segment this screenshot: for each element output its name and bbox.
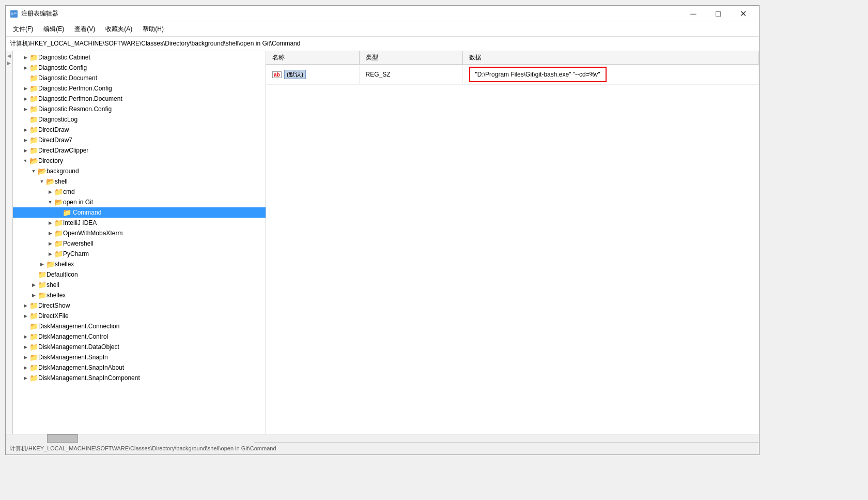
tree-item-diagnostic-resmon-config[interactable]: ▶ 📁 Diagnostic.Resmon.Config [13,104,266,114]
tree-label: DiagnosticLog [38,116,78,123]
tree-item-pycharm[interactable]: ▶ 📁 PyCharm [13,249,266,259]
status-bar: 计算机\HKEY_LOCAL_MACHINE\SOFTWARE\Classes\… [6,442,759,454]
folder-icon: 📁 [54,219,63,227]
expand-icon[interactable]: ▶ [21,64,29,72]
expand-icon[interactable]: ▶ [21,353,29,361]
scrollbar-track[interactable] [6,434,254,443]
menu-help[interactable]: 帮助(H) [137,23,169,36]
app-icon [10,10,18,18]
expand-icon[interactable]: ▶ [46,219,54,227]
tree-pane[interactable]: ▶ 📁 Diagnostic.Cabinet ▶ 📁 Diagnostic.Co… [13,51,266,434]
tree-item-diagnostic-document[interactable]: ▶ 📁 Diagnostic.Document [13,73,266,83]
expand-icon[interactable]: ▶ [21,53,29,62]
tree-item-defaulticon[interactable]: ▶ 📁 DefaultIcon [13,269,266,280]
tree-label: Diagnostic.Perfmon.Document [38,95,122,102]
expand-icon[interactable]: ▶ [21,301,29,310]
expand-icon[interactable]: ▶ [21,84,29,93]
tree-item-diskmanagement-connection[interactable]: ▶ 📁 DiskManagement.Connection [13,321,266,331]
tree-item-cmd[interactable]: ▶ 📁 cmd [13,187,266,197]
tree-item-diskmanagement-snapincomponent[interactable]: ▶ 📁 DiskManagement.SnapInComponent [13,373,266,383]
tree-label: Directory [38,157,63,164]
svg-rect-4 [14,12,17,12]
expand-icon[interactable]: ▶ [21,136,29,144]
expand-icon[interactable]: ▼ [21,157,29,165]
tree-label: DirectDraw [38,126,69,133]
tree-item-diskmanagement-snapin[interactable]: ▶ 📁 DiskManagement.SnapIn [13,352,266,362]
tree-item-diagnosticlog[interactable]: ▶ 📁 DiagnosticLog [13,114,266,125]
expand-icon[interactable]: ▶ [38,260,46,268]
folder-icon: 📁 [29,353,38,361]
expand-icon[interactable]: ▶ [46,229,54,237]
expand-icon[interactable]: ▶ [21,95,29,103]
folder-icon: 📁 [38,270,47,279]
expand-icon[interactable]: ▼ [29,167,38,175]
tree-item-directdraw7[interactable]: ▶ 📁 DirectDraw7 [13,135,266,145]
folder-icon: 📁 [29,312,38,320]
horizontal-scrollbar[interactable] [6,434,759,442]
expand-icon[interactable]: ▶ [29,281,38,289]
menu-edit[interactable]: 编辑(E) [38,23,69,36]
expand-icon[interactable]: ▶ [21,374,29,382]
col-name: 名称 [266,51,359,65]
maximize-button[interactable]: □ [706,6,730,22]
expand-icon[interactable]: ▶ [21,332,29,341]
folder-icon: 📁 [46,260,55,268]
tree-label: PyCharm [63,250,89,257]
tree-item-directxfile[interactable]: ▶ 📁 DirectXFile [13,311,266,321]
tree-item-diagnostic-perfmon-document[interactable]: ▶ 📁 Diagnostic.Perfmon.Document [13,94,266,104]
expand-icon[interactable]: ▶ [21,126,29,134]
expand-icon[interactable]: ▶ [21,146,29,155]
tree-item-shell[interactable]: ▼ 📂 shell [13,176,266,187]
menu-view[interactable]: 查看(V) [69,23,100,36]
table-row[interactable]: ab (默认) REG_SZ "D:\Program Files\Git\git… [266,65,759,85]
tree-item-background[interactable]: ▼ 📂 background [13,166,266,176]
folder-icon: 📁 [29,146,38,155]
minimize-button[interactable]: ─ [681,6,705,22]
folder-icon: 📁 [38,281,47,289]
expand-icon[interactable]: ▶ [21,363,29,372]
tree-item-shell-dir[interactable]: ▶ 📁 shell [13,280,266,290]
tree-item-diagnostic-cabinet[interactable]: ▶ 📁 Diagnostic.Cabinet [13,52,266,63]
tree-item-diagnostic-perfmon-config[interactable]: ▶ 📁 Diagnostic.Perfmon.Config [13,83,266,94]
expand-icon[interactable]: ▶ [46,188,54,196]
entry-type: REG_SZ [359,65,462,85]
tree-item-shellex-bg[interactable]: ▶ 📁 shellex [13,259,266,269]
tree-item-directshow[interactable]: ▶ 📁 DirectShow [13,300,266,311]
tree-item-diskmanagement-control[interactable]: ▶ 📁 DiskManagement.Control [13,331,266,342]
tree-label: cmd [63,188,75,195]
scrollbar-thumb[interactable] [47,434,78,443]
tree-item-directdrawclipper[interactable]: ▶ 📁 DirectDrawClipper [13,145,266,156]
folder-icon-open: 📂 [29,157,38,165]
tree-label: Diagnostic.Resmon.Config [38,105,112,113]
expand-icon[interactable]: ▶ [46,239,54,248]
entry-data: "D:\Program Files\Git\git-bash.exe" "--c… [462,65,759,85]
title-bar-left: 注册表编辑器 [10,9,58,18]
menu-file[interactable]: 文件(F) [8,23,38,36]
expand-icon[interactable]: ▶ [29,291,38,299]
folder-icon: 📁 [29,363,38,372]
expand-icon[interactable]: ▼ [38,177,46,186]
folder-icon: 📁 [29,343,38,351]
detail-pane: 名称 类型 数据 ab (默认) REG_SZ [266,51,759,434]
tree-item-mobaXterm[interactable]: ▶ 📁 OpenWithMobaXterm [13,228,266,238]
tree-label: shellex [47,292,66,299]
svg-rect-3 [11,14,13,14]
close-button[interactable]: ✕ [731,6,755,22]
expand-icon[interactable]: ▶ [21,343,29,351]
tree-item-intellij[interactable]: ▶ 📁 IntelliJ IDEA [13,218,266,228]
tree-item-command[interactable]: ▶ 📁 Command [13,207,266,218]
expand-icon[interactable]: ▶ [21,312,29,320]
expand-icon[interactable]: ▼ [46,198,54,206]
tree-item-diagnostic-config[interactable]: ▶ 📁 Diagnostic.Config [13,63,266,73]
tree-item-diskmanagement-snapinabout[interactable]: ▶ 📁 DiskManagement.SnapInAbout [13,362,266,373]
expand-icon[interactable]: ▶ [46,250,54,258]
tree-item-open-in-git[interactable]: ▼ 📂 open in Git [13,197,266,207]
tree-item-shellex-dir[interactable]: ▶ 📁 shellex [13,290,266,300]
tree-item-powershell[interactable]: ▶ 📁 Powershell [13,238,266,249]
tree-item-directory[interactable]: ▼ 📂 Directory [13,156,266,166]
value-box: "D:\Program Files\Git\git-bash.exe" "--c… [469,67,607,82]
menu-favorites[interactable]: 收藏夹(A) [100,23,137,36]
expand-icon[interactable]: ▶ [21,105,29,113]
tree-item-diskmanagement-dataobject[interactable]: ▶ 📁 DiskManagement.DataObject [13,342,266,352]
tree-item-directdraw[interactable]: ▶ 📁 DirectDraw [13,125,266,135]
